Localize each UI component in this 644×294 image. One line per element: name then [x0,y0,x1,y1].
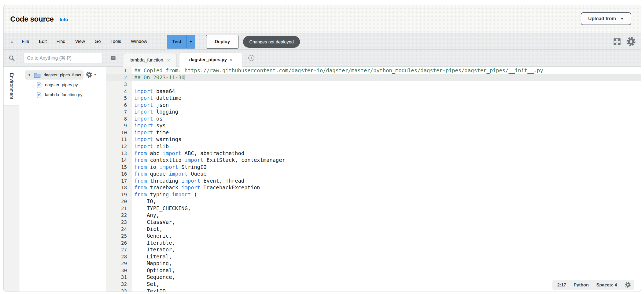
tab-list-icon[interactable] [111,56,116,61]
gutter-line-number[interactable]: 18 [106,184,132,191]
code-line[interactable]: 12import zlib [106,143,641,150]
code-line[interactable]: 8import os [106,115,641,122]
triangle-down-icon[interactable]: ▼ [28,73,31,77]
gutter-line-number[interactable]: 20 [106,198,132,205]
gutter-line-number[interactable]: 8 [106,115,132,122]
test-button[interactable]: Test [167,35,186,49]
gear-icon [86,71,93,78]
gutter-line-number[interactable]: 22 [106,212,132,219]
new-tab-button[interactable] [248,54,255,61]
code-line[interactable]: 27 Iterator, [106,246,641,253]
code-line[interactable]: 6import json [106,102,641,109]
code-line[interactable]: 22 Any, [106,212,641,219]
gutter-line-number[interactable]: 30 [106,267,132,274]
goto-anything-input[interactable] [23,53,102,63]
gutter-line-number[interactable]: 11 [106,136,132,143]
gutter-line-number[interactable]: 4 [106,88,132,95]
code-line[interactable]: 9import sys [106,122,641,129]
code-line[interactable]: 25 Generic, [106,233,641,240]
deploy-button[interactable]: Deploy [206,35,238,49]
tab-dagster_pipes.py[interactable]: dagster_pipes.py× [179,53,242,67]
code-line[interactable]: 10import time [106,129,641,136]
gutter-line-number[interactable]: 9 [106,122,132,129]
close-icon[interactable]: × [229,57,233,63]
code-line[interactable]: 1## Copied from: https://raw.githubuserc… [106,67,641,74]
code-line[interactable]: 23 ClassVar, [106,219,641,226]
code-line[interactable]: 21 TYPE_CHECKING, [106,205,641,212]
folder-settings-button[interactable]: ▼ [86,71,96,78]
gutter-line-number[interactable]: 7 [106,108,132,115]
menu-item-go[interactable]: Go [95,39,101,44]
code-line[interactable]: 20 IO, [106,198,641,205]
collapse-editor-icon[interactable]: ▲ [10,39,14,44]
code-line[interactable]: 26 Iterable, [106,240,641,247]
spaces-indicator[interactable]: Spaces: 4 [596,282,617,288]
gutter-line-number[interactable]: 16 [106,170,132,177]
gutter-line-number[interactable]: 1 [106,67,132,74]
search-icon[interactable] [9,55,15,61]
upload-from-button[interactable]: Upload from ▼ [581,12,631,25]
menu-item-tools[interactable]: Tools [110,39,121,44]
gutter-line-number[interactable]: 25 [106,233,132,240]
code-text: from queue import Queue [132,170,207,177]
gutter-line-number[interactable]: 5 [106,95,132,102]
status-settings-button[interactable] [625,282,631,288]
code-line[interactable]: 13from abc import ABC, abstractmethod [106,150,641,157]
gutter-line-number[interactable]: 31 [106,274,132,281]
close-icon[interactable]: × [167,57,170,63]
tree-file-row[interactable]: dagster_pipes.py [37,80,78,90]
code-line[interactable]: 28 Literal, [106,253,641,260]
gutter-line-number[interactable]: 12 [106,143,132,150]
gutter-line-number[interactable]: 33 [106,288,132,292]
gutter-line-number[interactable]: 24 [106,226,132,233]
tree-folder-row[interactable]: ▼ dagster_pipes_funct [25,70,84,80]
code-line[interactable]: 15from io import StringIO [106,164,641,171]
code-line[interactable]: 11import warnings [106,136,641,143]
tree-file-row[interactable]: lambda_function.py [37,90,82,100]
code-line[interactable]: 30 Optional, [106,267,641,274]
gutter-line-number[interactable]: 3 [106,81,132,88]
gutter-line-number[interactable]: 32 [106,281,132,288]
gutter-line-number[interactable]: 23 [106,219,132,226]
gutter-line-number[interactable]: 14 [106,157,132,164]
code-line[interactable]: 14from contextlib import ExitStack, cont… [106,157,641,164]
code-line[interactable]: 5import datetime [106,95,641,102]
gutter-line-number[interactable]: 17 [106,177,132,184]
code-line[interactable]: 17from threading import Event, Thread [106,177,641,184]
gutter-line-number[interactable]: 6 [106,102,132,109]
code-line[interactable]: 16from queue import Queue [106,170,641,177]
menu-item-edit[interactable]: Edit [39,39,47,44]
gutter-line-number[interactable]: 27 [106,246,132,253]
code-editor[interactable]: 1## Copied from: https://raw.githubuserc… [106,67,641,292]
gutter-line-number[interactable]: 19 [106,191,132,198]
code-line[interactable]: 2## On 2023-11-30 [106,74,641,81]
gutter-line-number[interactable]: 28 [106,253,132,260]
code-line[interactable]: 3 [106,81,641,88]
test-dropdown-button[interactable]: ▼ [186,35,195,49]
fullscreen-button[interactable] [613,38,621,47]
gutter-line-number[interactable]: 21 [106,205,132,212]
tab-lambda_function.[interactable]: lambda_function.× [123,53,176,67]
menu-item-window[interactable]: Window [131,39,147,44]
gutter-line-number[interactable]: 15 [106,164,132,171]
code-line[interactable]: 19from typing import ( [106,191,641,198]
code-line[interactable]: 29 Mapping, [106,260,641,267]
menu-item-view[interactable]: View [75,39,85,44]
menu-item-find[interactable]: Find [57,39,65,44]
menu-item-file[interactable]: File [22,39,29,44]
code-line[interactable]: 7import logging [106,108,641,115]
language-indicator[interactable]: Python [574,282,589,288]
code-line[interactable]: 4import base64 [106,88,641,95]
code-line[interactable]: 24 Dict, [106,226,641,233]
code-line[interactable]: 18from traceback import TracebackExcepti… [106,184,641,191]
test-split-button[interactable]: Test ▼ [167,35,195,49]
gutter-line-number[interactable]: 10 [106,129,132,136]
gutter-line-number[interactable]: 26 [106,240,132,247]
environment-tab[interactable]: Environment [4,67,19,105]
gutter-line-number[interactable]: 13 [106,150,132,157]
gutter-line-number[interactable]: 29 [106,260,132,267]
gutter-line-number[interactable]: 2 [106,74,132,81]
cursor-position-indicator[interactable]: 2:17 [557,282,566,288]
editor-settings-button[interactable] [626,36,636,48]
info-link[interactable]: Info [60,17,68,22]
